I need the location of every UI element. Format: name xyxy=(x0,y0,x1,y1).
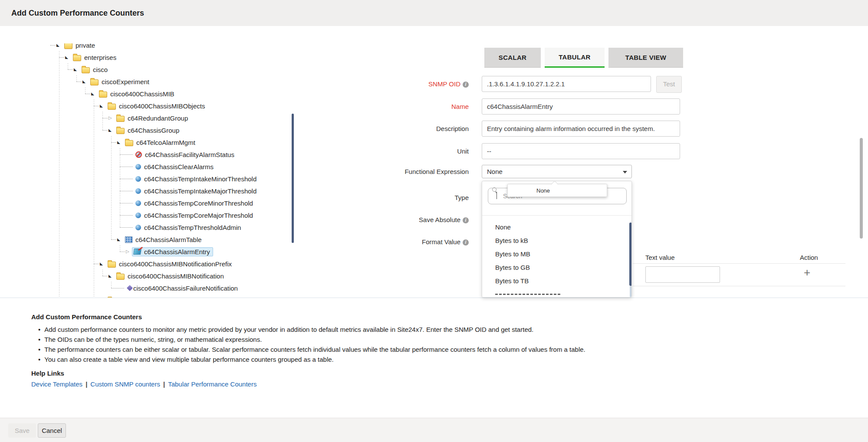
tree-node[interactable]: c64ChassisClearAlarms xyxy=(22,160,294,173)
link-separator: | xyxy=(85,380,87,388)
info-icon[interactable] xyxy=(463,239,469,246)
dropdown-option[interactable]: None xyxy=(482,220,631,234)
info-icon[interactable] xyxy=(463,82,469,88)
folder-icon xyxy=(82,67,90,73)
tree-expander-icon[interactable]: ◣ xyxy=(56,43,62,48)
dropdown-option[interactable]: Bytes to GB xyxy=(482,261,631,274)
dropdown-option[interactable]: Bytes to MB xyxy=(482,247,631,261)
tree-node[interactable]: ◣ private xyxy=(22,43,294,51)
tree-node[interactable]: ◣ c64TelcoAlarmMgmt xyxy=(22,136,294,148)
tree-node-box[interactable]: ciscoExperiment xyxy=(89,77,152,86)
tree-expander-icon[interactable]: ◣ xyxy=(74,66,80,72)
tab-tabular[interactable]: TABULAR xyxy=(545,48,605,68)
tree-node-box[interactable]: c64ChassisTempCoreMinorThreshold xyxy=(134,199,256,208)
tree-node-box[interactable]: cisco6400ChassisFailureNotification xyxy=(125,284,241,293)
tree-node[interactable]: ◣ cisco6400ChassisMIBConformance xyxy=(22,294,294,298)
link-separator: | xyxy=(163,380,165,388)
tree-node-label: c64ChassisAlarmEntry xyxy=(144,248,210,255)
snmp-oid-input[interactable] xyxy=(482,76,651,92)
tree-expander-icon[interactable]: ◣ xyxy=(65,54,71,60)
tree-node[interactable]: ◣ c64ChassisAlarmTable xyxy=(22,233,294,246)
unit-input[interactable] xyxy=(482,143,680,159)
tree-node-box[interactable]: c64TelcoAlarmMgmt xyxy=(123,138,198,147)
tab-label: TABULAR xyxy=(559,53,590,61)
tree-expander-icon[interactable]: ▷ xyxy=(108,115,115,121)
scalar-icon xyxy=(135,188,141,194)
tree-scrollbar-thumb[interactable] xyxy=(292,114,294,243)
description-input[interactable] xyxy=(482,121,680,137)
tree-node[interactable]: c64ChassisFacilityAlarmStatus xyxy=(22,148,294,160)
folder-icon xyxy=(73,55,81,61)
tree-node[interactable]: c64ChassisTempCoreMinorThreshold xyxy=(22,197,294,209)
tree-node-box[interactable]: c64ChassisGroup xyxy=(115,126,182,135)
tree-node[interactable]: ◣ ciscoExperiment xyxy=(22,75,294,88)
help-link[interactable]: Tabular Performance Counters xyxy=(168,380,256,388)
tree-node[interactable]: c64ChassisTempIntakeMinorThreshold xyxy=(22,173,294,185)
tree-node-box[interactable]: c64ChassisTempThresholdAdmin xyxy=(134,223,244,232)
tree-node-box[interactable]: cisco6400ChassisMIBNotification xyxy=(115,272,227,281)
tree-expander-icon[interactable]: ◣ xyxy=(91,91,97,97)
tree-node[interactable]: ◣ c64ChassisGroup xyxy=(22,124,294,136)
tree-node-box[interactable]: cisco xyxy=(80,65,111,74)
tree-node-box[interactable]: cisco6400ChassisMIBNotificationPrefix xyxy=(106,259,235,268)
test-button[interactable]: Test xyxy=(656,76,682,93)
tree-node[interactable]: ◣ cisco6400ChassisMIB xyxy=(22,88,294,100)
tree-node-box[interactable]: c64ChassisTempIntakeMinorThreshold xyxy=(134,174,260,183)
tree-node[interactable]: cisco6400ChassisFailureNotification xyxy=(22,282,294,294)
tree-expander-icon[interactable]: ◣ xyxy=(117,139,123,145)
folder-icon xyxy=(108,104,116,110)
tree-node-box[interactable]: cisco6400ChassisMIBObjects xyxy=(106,101,208,111)
add-row-button[interactable]: + xyxy=(804,266,810,279)
tree-node[interactable]: c64ChassisTempCoreMajorThreshold xyxy=(22,209,294,221)
tree-node-box[interactable]: c64RedundantGroup xyxy=(115,114,191,123)
tree-expander-icon[interactable]: ◣ xyxy=(100,103,106,109)
text-value-input[interactable] xyxy=(645,266,720,283)
scalar-icon xyxy=(135,200,141,206)
help-link[interactable]: Custom SNMP counters xyxy=(90,380,160,388)
tree-connector xyxy=(120,167,133,167)
tree-node[interactable]: c64ChassisTempThresholdAdmin xyxy=(22,221,294,233)
tree-node-label: c64RedundantGroup xyxy=(128,115,188,122)
help-links-heading: Help Links xyxy=(31,370,64,377)
save-button[interactable]: Save xyxy=(8,423,36,438)
folder-icon xyxy=(108,262,116,268)
tree-node-box[interactable]: cisco6400ChassisMIB xyxy=(97,89,178,98)
tree-node-box[interactable]: c64ChassisAlarmTable xyxy=(123,235,205,244)
tree-node-box[interactable]: c64ChassisTempIntakeMajorThreshold xyxy=(134,187,260,196)
window-scrollbar-thumb[interactable] xyxy=(860,138,863,239)
tree-expander-icon[interactable]: ◣ xyxy=(117,236,123,242)
tree-node-box[interactable]: c64ChassisClearAlarms xyxy=(134,162,217,171)
bullet-text: Add custom performance counters to monit… xyxy=(44,326,533,333)
tree-guide-line xyxy=(68,63,68,69)
tree-expander-icon[interactable]: ◣ xyxy=(108,273,115,279)
help-link[interactable]: Device Templates xyxy=(31,380,82,388)
scalar-icon xyxy=(135,225,141,230)
tree-node[interactable]: ◣ cisco6400ChassisMIBNotificationPrefix xyxy=(22,258,294,270)
info-heading: Add Custom Performance Counters xyxy=(31,313,142,321)
info-icon[interactable] xyxy=(463,217,469,223)
tree-node[interactable]: ◣ cisco6400ChassisMIBObjects xyxy=(22,100,294,112)
tab-scalar[interactable]: SCALAR xyxy=(484,48,541,68)
functional-expression-select[interactable]: None xyxy=(482,165,632,178)
tree-node-box[interactable]: c64ChassisAlarmEntry xyxy=(132,247,213,256)
tab-table-view[interactable]: TABLE VIEW xyxy=(608,48,683,68)
tree-node[interactable]: ◣ cisco6400ChassisMIBNotification xyxy=(22,270,294,282)
tree-expander-icon[interactable]: ◣ xyxy=(100,261,106,267)
tree-node-box[interactable]: c64ChassisFacilityAlarmStatus xyxy=(134,150,237,159)
tree-expander-icon[interactable]: ◣ xyxy=(108,127,115,133)
tree-node[interactable]: ◣ enterprises xyxy=(22,51,294,63)
tree-expander-icon[interactable]: ◣ xyxy=(82,79,89,85)
tree-node[interactable]: ▷ c64RedundantGroup xyxy=(22,112,294,124)
cancel-button[interactable]: Cancel xyxy=(38,423,66,438)
tree-node[interactable]: ▷ c64ChassisAlarmEntry xyxy=(22,246,294,258)
tree-node[interactable]: ◣ cisco xyxy=(22,63,294,75)
name-input[interactable] xyxy=(482,98,680,115)
tree-node-box[interactable]: private xyxy=(62,43,98,50)
tree-node[interactable]: c64ChassisTempIntakeMajorThreshold xyxy=(22,185,294,197)
dropdown-scrollbar-thumb[interactable] xyxy=(629,223,632,286)
dropdown-option[interactable]: Bytes to TB xyxy=(482,274,631,288)
tree-expander-icon[interactable]: ▷ xyxy=(126,249,132,255)
tree-node-box[interactable]: c64ChassisTempCoreMajorThreshold xyxy=(134,211,256,220)
dropdown-option[interactable]: Bytes to kB xyxy=(482,234,631,247)
tree-node-box[interactable]: enterprises xyxy=(71,53,119,62)
